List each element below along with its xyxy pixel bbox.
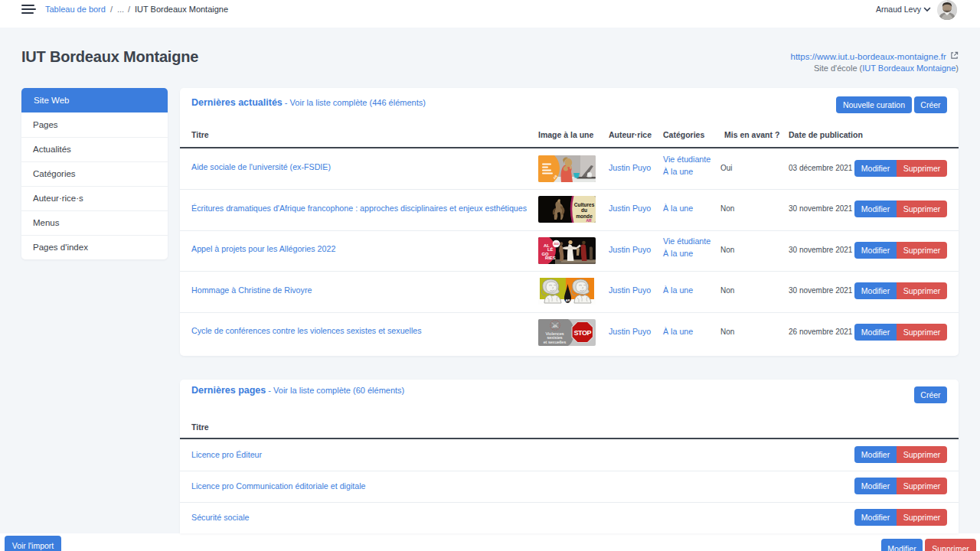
- svg-text:2022: 2022: [554, 243, 559, 246]
- svg-text:AR: AR: [565, 298, 570, 302]
- svg-text:du: du: [581, 207, 587, 213]
- svg-text:Cultures: Cultures: [574, 202, 595, 207]
- svg-text:et sexuelles: et sexuelles: [544, 340, 567, 344]
- svg-text:STOP: STOP: [573, 329, 591, 337]
- svg-text:AR: AR: [586, 218, 592, 223]
- svg-text:AR: AR: [553, 325, 557, 328]
- svg-text:RIES: RIES: [545, 256, 556, 260]
